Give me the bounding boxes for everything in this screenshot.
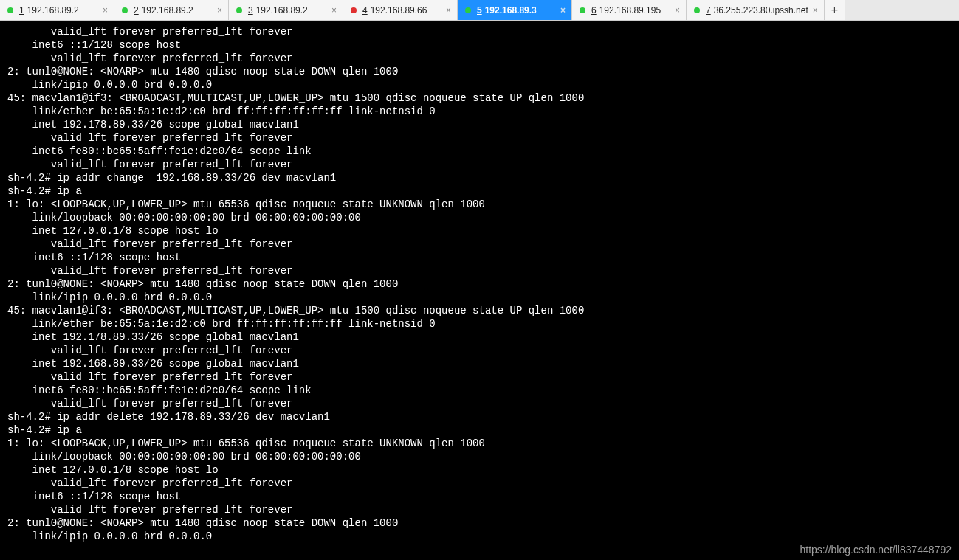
close-icon[interactable]: ×: [670, 5, 680, 15]
tab-number: 1: [19, 5, 24, 15]
new-tab-button[interactable]: +: [825, 0, 845, 20]
tab-number: 6: [591, 5, 597, 15]
tab-3[interactable]: 3 192.168.89.2×: [229, 0, 343, 20]
tab-label: 192.168.89.2: [27, 5, 79, 15]
tab-1[interactable]: 1 192.168.89.2×: [0, 0, 114, 20]
tab-label: 192.168.89.2: [256, 5, 308, 15]
close-icon[interactable]: ×: [327, 5, 337, 15]
tab-label: 192.168.89.195: [599, 5, 661, 15]
tab-label: 36.255.223.80.ipssh.net: [714, 5, 808, 15]
tab-number: 2: [134, 5, 139, 15]
close-icon[interactable]: ×: [213, 5, 222, 15]
close-icon[interactable]: ×: [441, 5, 451, 15]
status-dot-icon: [580, 7, 585, 13]
status-dot-icon: [694, 7, 700, 13]
status-dot-icon: [351, 7, 357, 13]
status-dot-icon: [7, 7, 13, 13]
tab-number: 3: [248, 5, 253, 15]
tab-number: 5: [477, 5, 482, 15]
tab-number: 7: [706, 5, 711, 15]
status-dot-icon: [465, 7, 471, 13]
watermark-text: https://blog.csdn.net/ll837448792: [800, 544, 952, 556]
close-icon[interactable]: ×: [808, 5, 818, 15]
tab-label: 192.168.89.3: [485, 5, 537, 15]
tab-7[interactable]: 7 36.255.223.80.ipssh.net×: [687, 0, 825, 20]
tab-number: 4: [362, 5, 368, 15]
tab-5[interactable]: 5 192.168.89.3×: [458, 0, 572, 20]
status-dot-icon: [122, 7, 128, 13]
tab-bar: 1 192.168.89.2×2 192.168.89.2×3 192.168.…: [0, 0, 959, 21]
close-icon[interactable]: ×: [98, 5, 108, 15]
tab-label: 192.168.89.2: [142, 5, 193, 15]
status-dot-icon: [236, 7, 242, 13]
tab-2[interactable]: 2 192.168.89.2×: [114, 0, 229, 20]
close-icon[interactable]: ×: [556, 5, 566, 15]
tab-label: 192.168.89.66: [371, 5, 427, 15]
tab-6[interactable]: 6 192.168.89.195×: [572, 0, 687, 20]
tab-4[interactable]: 4 192.168.89.66×: [343, 0, 458, 20]
terminal-output[interactable]: valid_lft forever preferred_lft forever …: [0, 21, 959, 560]
